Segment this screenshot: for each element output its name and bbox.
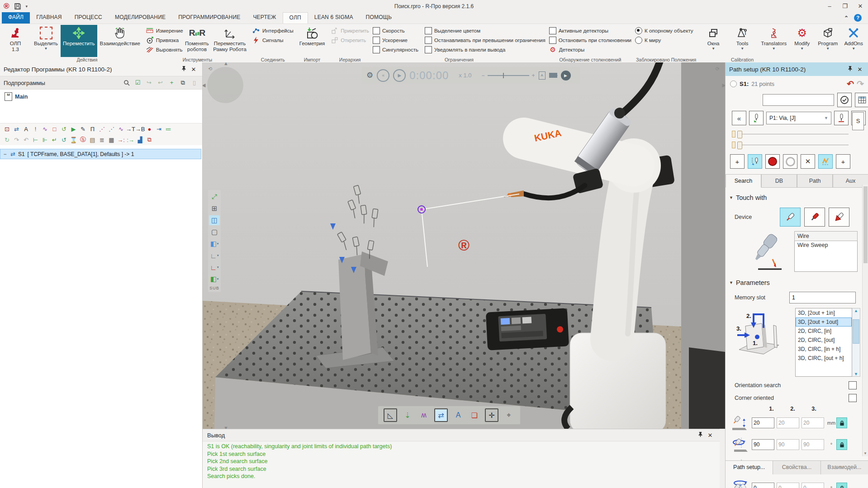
detectors-button[interactable]: ⚙Детекторы (549, 46, 631, 54)
help-icon[interactable]: ? (854, 14, 862, 22)
corner-oriented-checkbox[interactable] (849, 394, 857, 402)
restore-button[interactable]: ❐ (837, 0, 853, 12)
tab-path[interactable]: Path (797, 174, 833, 187)
tab-file[interactable]: ФАЙЛ (2, 12, 30, 24)
stop-icon[interactable]: Ⓢ (79, 136, 87, 144)
select-button[interactable]: Выделить ▼ (32, 25, 60, 57)
snap-button[interactable]: Привязка (146, 36, 183, 44)
scroll-down-icon[interactable]: ▼ (863, 451, 867, 455)
point-statement-icon[interactable]: ∿ (41, 125, 49, 133)
spin-1-input[interactable] (752, 483, 774, 488)
stop-on-limit-checkbox[interactable]: Останавливать при превышении ограничения (425, 36, 545, 44)
3d-viewport[interactable]: KUKA ⚙ « ▶ 0:00:00 x 1.0 − + A ▶ (203, 62, 725, 429)
tab-olp[interactable]: ОЛП (283, 12, 308, 24)
scroll-up-icon[interactable]: ▲ (854, 308, 858, 313)
gesture-statement-icon[interactable]: ✎ (79, 125, 87, 133)
record-icon[interactable]: ● (145, 125, 154, 133)
lock-icon[interactable] (836, 417, 847, 428)
io-in-icon[interactable]: →: (117, 136, 125, 144)
report-export-icon[interactable]: A (539, 71, 545, 80)
angle-3-input[interactable] (802, 439, 824, 450)
search-type-option[interactable]: 3D, [2out + 1in] (796, 308, 852, 317)
bottom-tab-path-setup[interactable]: Path setup... (726, 461, 773, 474)
io-out-icon[interactable]: :→ (126, 136, 135, 144)
path-position-slider[interactable] (737, 134, 849, 134)
frame-axes-icon[interactable]: ∟▾ (209, 251, 220, 261)
corner-oriented-row[interactable]: Corner oriented (726, 389, 868, 402)
active-detectors-checkbox[interactable]: Активные детекторы (549, 27, 631, 35)
tools-button[interactable]: Tools ▼ (730, 25, 755, 57)
lock-to-world-radio[interactable]: К миру (635, 36, 693, 44)
speed-minus-icon[interactable]: − (482, 72, 485, 79)
pin-icon[interactable] (845, 66, 855, 73)
search-type-option[interactable]: 2D, CIRC, [in] (796, 327, 852, 336)
search-type-option[interactable]: 2D, CIRC, [out] (796, 336, 852, 345)
distance-2-input[interactable] (777, 417, 799, 428)
translators-button[interactable]: Translators ▼ (759, 25, 789, 57)
collapse-ribbon-icon[interactable]: ⌃ (844, 15, 849, 21)
list-statement-icon[interactable]: ≔ (164, 125, 173, 133)
lock-to-reference-radio[interactable]: К опорному объекту (635, 27, 693, 35)
orientation-search-row[interactable]: Orientation search (726, 377, 868, 389)
attach-button[interactable]: Прикрепить (331, 27, 369, 35)
olp-version-button[interactable]: ОЛП 1.3 (3, 25, 28, 57)
view-cube-icon[interactable]: ◧▾ (209, 274, 220, 284)
point-table-button[interactable] (855, 93, 868, 107)
record-point-button[interactable] (765, 154, 780, 169)
distance-1-input[interactable] (752, 417, 774, 428)
scroll-thumb[interactable] (863, 186, 868, 263)
swap-robots-button[interactable]: R⇄R Поменять роботов (184, 25, 211, 57)
tab-modeling[interactable]: МОДЕЛИРОВАНИЕ (109, 12, 172, 24)
panel-scrollbar[interactable]: ▼ (862, 185, 868, 456)
scroll-thumb[interactable] (853, 319, 859, 344)
snapshot-icon[interactable]: ⊡ (3, 125, 11, 133)
frame-select-icon[interactable]: ❏ (469, 409, 480, 421)
to-tool-icon[interactable]: →T (126, 125, 135, 133)
tree-item-main[interactable]: M Main (5, 92, 198, 101)
path-blue-icon[interactable]: ⋰ (107, 125, 116, 133)
minimize-button[interactable]: – (822, 0, 837, 12)
quick-access-caret-icon[interactable]: ▾ (26, 4, 28, 9)
return-icon[interactable]: ↵ (50, 136, 59, 144)
limit-singularity-checkbox[interactable]: Сингулярность (373, 46, 418, 54)
point-to-torch-button[interactable] (834, 111, 849, 125)
play-icon[interactable]: ▶ (393, 69, 406, 82)
move-pick-icon[interactable]: ✛ (485, 408, 498, 422)
halt-statement-icon[interactable]: ! (31, 125, 40, 133)
spin-3-input[interactable] (802, 483, 824, 488)
stop-on-collision-checkbox[interactable]: Остановить при столкновении (549, 36, 631, 44)
teach-point-button[interactable] (748, 154, 762, 169)
interfaces-button[interactable]: Интерфейсы (252, 27, 294, 35)
add-program-icon[interactable]: + (167, 78, 176, 87)
expander-icon[interactable]: − (2, 151, 8, 157)
notify-output-checkbox[interactable]: Уведомлять в панели вывода (425, 46, 545, 54)
chart-icon[interactable]: ▟ (136, 136, 144, 144)
delete-point-button[interactable]: ✕ (801, 154, 815, 169)
close-output-icon[interactable]: ✕ (705, 432, 715, 439)
save-icon[interactable] (14, 3, 21, 10)
frame-statement-icon[interactable]: □ (50, 125, 59, 133)
validate-path-button[interactable] (818, 154, 833, 169)
play-recording-icon[interactable]: ▶ (561, 71, 571, 81)
search-icon[interactable] (122, 79, 131, 87)
path-red-icon[interactable]: ⋰ (98, 125, 106, 133)
modify-button[interactable]: ⚙ Modify ▼ (789, 25, 815, 57)
delete-program-icon[interactable]: ▯ (190, 78, 199, 87)
rotate-left-icon[interactable]: ⟲ (208, 66, 212, 72)
wireframe-cube-icon[interactable]: ▢ (209, 227, 220, 237)
loop-select-icon[interactable]: ⇄ (434, 408, 448, 422)
surface-pick-icon[interactable]: ◺ (384, 408, 397, 422)
render-mode-icon[interactable]: ◧▾ (209, 239, 220, 249)
branch2-icon[interactable]: ⊩ (41, 136, 49, 144)
world-axes-icon[interactable]: ∟▾ (209, 262, 220, 272)
redo-icon[interactable]: ↷ (857, 79, 864, 89)
device-wire-button[interactable] (780, 208, 801, 227)
signals-button[interactable]: Сигналы (252, 36, 294, 44)
speed-slider[interactable] (488, 75, 529, 76)
rotate-right-icon[interactable]: ⟳ (716, 66, 720, 72)
tab-glavnaya[interactable]: ГЛАВНАЯ (30, 12, 68, 24)
copy-red-icon[interactable]: ⧉ (145, 136, 154, 144)
curve-pick-icon[interactable]: ʍ (418, 409, 430, 421)
bottom-tab-properties[interactable]: Свойства... (773, 461, 821, 474)
align-button[interactable]: Выровнять (146, 46, 183, 54)
